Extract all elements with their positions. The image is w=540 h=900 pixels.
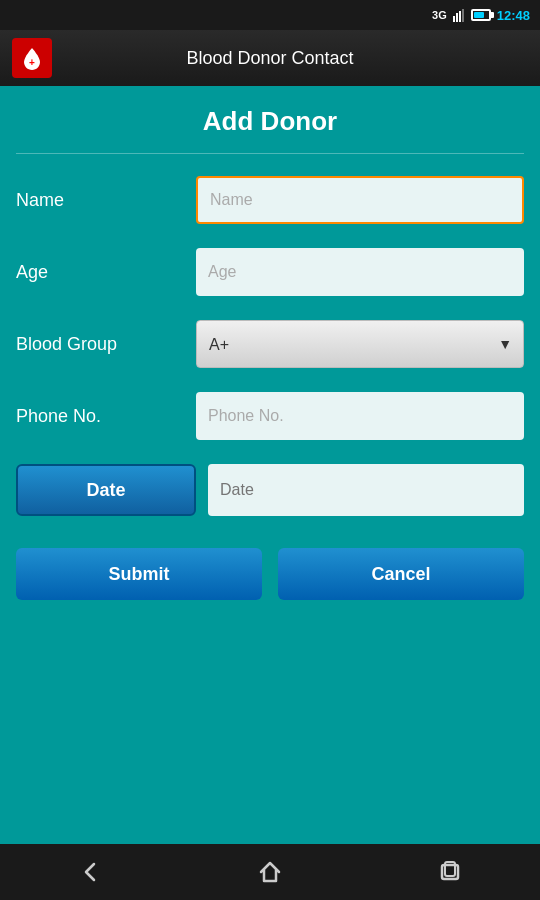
age-input[interactable] <box>196 248 524 296</box>
svg-rect-3 <box>462 9 464 22</box>
nav-bar <box>0 844 540 900</box>
main-content: Add Donor Name Age Blood Group A+ A- B+ … <box>0 86 540 844</box>
app-title: Blood Donor Contact <box>64 48 476 69</box>
age-row: Age <box>16 236 524 308</box>
svg-rect-0 <box>453 16 455 22</box>
date-picker-button[interactable]: Date <box>16 464 196 516</box>
date-input[interactable] <box>208 464 524 516</box>
battery-icon <box>471 9 491 21</box>
signal-bars-icon <box>453 8 467 22</box>
blood-drop-icon: + <box>18 44 46 72</box>
app-icon: + <box>12 38 52 78</box>
phone-input[interactable] <box>196 392 524 440</box>
age-label: Age <box>16 262 196 283</box>
status-bar: 3G 12:48 <box>0 0 540 30</box>
blood-group-row: Blood Group A+ A- B+ B- AB+ AB- O+ O- ▼ <box>16 308 524 380</box>
home-button[interactable] <box>232 850 308 894</box>
app-bar: + Blood Donor Contact <box>0 30 540 86</box>
svg-rect-1 <box>456 13 458 22</box>
svg-text:+: + <box>29 57 35 68</box>
action-row: Submit Cancel <box>16 528 524 600</box>
phone-row: Phone No. <box>16 380 524 452</box>
name-label: Name <box>16 190 196 211</box>
submit-button[interactable]: Submit <box>16 548 262 600</box>
name-row: Name <box>16 164 524 236</box>
page-title: Add Donor <box>16 86 524 154</box>
clock: 12:48 <box>497 8 530 23</box>
name-input[interactable] <box>196 176 524 224</box>
date-row: Date <box>16 452 524 528</box>
cancel-button[interactable]: Cancel <box>278 548 524 600</box>
back-button[interactable] <box>52 850 128 894</box>
phone-label: Phone No. <box>16 406 196 427</box>
blood-group-wrapper: A+ A- B+ B- AB+ AB- O+ O- ▼ <box>196 320 524 368</box>
signal-indicator: 3G <box>432 9 447 21</box>
svg-rect-2 <box>459 11 461 22</box>
blood-group-select[interactable]: A+ A- B+ B- AB+ AB- O+ O- <box>196 320 524 368</box>
recents-button[interactable] <box>412 850 488 894</box>
blood-group-label: Blood Group <box>16 334 196 355</box>
back-icon <box>76 858 104 886</box>
home-icon <box>256 858 284 886</box>
status-icons <box>453 8 491 22</box>
recents-icon <box>436 858 464 886</box>
